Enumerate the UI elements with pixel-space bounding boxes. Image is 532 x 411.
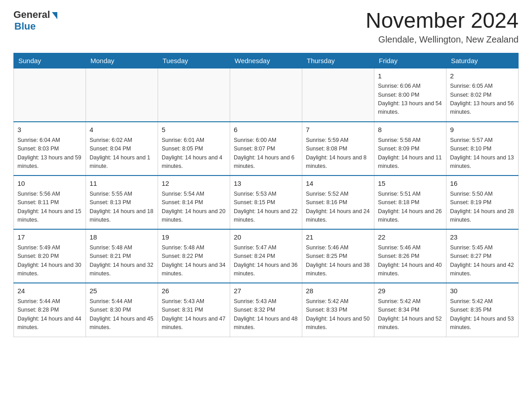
day-info: Sunrise: 5:57 AMSunset: 8:10 PMDaylight:… <box>450 136 515 171</box>
calendar-cell: 9Sunrise: 5:57 AMSunset: 8:10 PMDaylight… <box>446 122 519 176</box>
day-info: Sunrise: 5:44 AMSunset: 8:28 PMDaylight:… <box>17 297 82 332</box>
day-info: Sunrise: 5:54 AMSunset: 8:14 PMDaylight:… <box>162 190 226 225</box>
calendar-cell: 18Sunrise: 5:48 AMSunset: 8:21 PMDayligh… <box>86 229 158 283</box>
calendar-cell: 10Sunrise: 5:56 AMSunset: 8:11 PMDayligh… <box>14 176 86 229</box>
day-number: 4 <box>90 125 154 135</box>
calendar-cell: 23Sunrise: 5:45 AMSunset: 8:27 PMDayligh… <box>446 229 519 283</box>
calendar-cell: 22Sunrise: 5:46 AMSunset: 8:26 PMDayligh… <box>374 229 446 283</box>
calendar-cell: 26Sunrise: 5:43 AMSunset: 8:31 PMDayligh… <box>158 283 230 337</box>
day-info: Sunrise: 5:43 AMSunset: 8:31 PMDaylight:… <box>162 297 226 332</box>
day-number: 11 <box>90 179 154 189</box>
day-number: 29 <box>378 286 442 296</box>
day-info: Sunrise: 5:49 AMSunset: 8:20 PMDaylight:… <box>17 244 82 278</box>
day-number: 3 <box>17 125 82 135</box>
calendar-cell: 15Sunrise: 5:51 AMSunset: 8:18 PMDayligh… <box>374 176 446 229</box>
page-header: General Blue November 2024 Glendale, Wel… <box>13 9 519 45</box>
calendar-week-row: 10Sunrise: 5:56 AMSunset: 8:11 PMDayligh… <box>14 176 519 229</box>
calendar-week-row: 1Sunrise: 6:06 AMSunset: 8:00 PMDaylight… <box>14 68 519 122</box>
day-info: Sunrise: 5:45 AMSunset: 8:27 PMDaylight:… <box>450 244 515 278</box>
calendar-cell <box>230 68 302 122</box>
calendar-cell: 8Sunrise: 5:58 AMSunset: 8:09 PMDaylight… <box>374 122 446 176</box>
calendar-cell <box>158 68 230 122</box>
day-number: 7 <box>306 125 370 135</box>
day-info: Sunrise: 6:00 AMSunset: 8:07 PMDaylight:… <box>234 136 298 171</box>
logo: General Blue <box>13 9 57 32</box>
calendar-header-thursday: Thursday <box>302 53 374 68</box>
day-number: 10 <box>17 179 82 189</box>
location-subtitle: Glendale, Wellington, New Zealand <box>365 34 519 45</box>
calendar-cell: 1Sunrise: 6:06 AMSunset: 8:00 PMDaylight… <box>374 68 446 122</box>
day-info: Sunrise: 5:55 AMSunset: 8:13 PMDaylight:… <box>90 190 154 225</box>
day-number: 21 <box>306 232 370 243</box>
day-number: 2 <box>450 71 515 81</box>
calendar-cell: 29Sunrise: 5:42 AMSunset: 8:34 PMDayligh… <box>374 283 446 337</box>
calendar-header-sunday: Sunday <box>14 53 86 68</box>
calendar-week-row: 24Sunrise: 5:44 AMSunset: 8:28 PMDayligh… <box>14 283 519 337</box>
day-info: Sunrise: 5:51 AMSunset: 8:18 PMDaylight:… <box>378 190 442 225</box>
day-number: 24 <box>17 286 82 296</box>
day-info: Sunrise: 5:42 AMSunset: 8:34 PMDaylight:… <box>378 297 442 332</box>
day-info: Sunrise: 6:01 AMSunset: 8:05 PMDaylight:… <box>162 136 226 171</box>
calendar-header-tuesday: Tuesday <box>158 53 230 68</box>
day-info: Sunrise: 5:42 AMSunset: 8:33 PMDaylight:… <box>306 297 370 332</box>
day-number: 8 <box>378 125 442 135</box>
logo-blue-text: Blue <box>14 21 36 32</box>
day-info: Sunrise: 5:59 AMSunset: 8:08 PMDaylight:… <box>306 136 370 171</box>
day-number: 27 <box>234 286 298 296</box>
calendar-header-friday: Friday <box>374 53 446 68</box>
calendar-header-wednesday: Wednesday <box>230 53 302 68</box>
day-number: 5 <box>162 125 226 135</box>
day-info: Sunrise: 5:58 AMSunset: 8:09 PMDaylight:… <box>378 136 442 171</box>
calendar-cell: 21Sunrise: 5:46 AMSunset: 8:25 PMDayligh… <box>302 229 374 283</box>
day-info: Sunrise: 5:56 AMSunset: 8:11 PMDaylight:… <box>17 190 82 225</box>
day-info: Sunrise: 6:05 AMSunset: 8:02 PMDaylight:… <box>450 82 515 117</box>
day-number: 19 <box>162 232 226 243</box>
day-number: 16 <box>450 179 515 189</box>
day-number: 12 <box>162 179 226 189</box>
calendar-cell: 28Sunrise: 5:42 AMSunset: 8:33 PMDayligh… <box>302 283 374 337</box>
day-info: Sunrise: 5:52 AMSunset: 8:16 PMDaylight:… <box>306 190 370 225</box>
calendar-header-row: SundayMondayTuesdayWednesdayThursdayFrid… <box>14 53 519 68</box>
logo-arrow-icon <box>52 12 57 19</box>
day-number: 25 <box>90 286 154 296</box>
day-number: 17 <box>17 232 82 243</box>
day-number: 23 <box>450 232 515 243</box>
calendar-cell: 20Sunrise: 5:47 AMSunset: 8:24 PMDayligh… <box>230 229 302 283</box>
day-info: Sunrise: 5:42 AMSunset: 8:35 PMDaylight:… <box>450 297 515 332</box>
day-info: Sunrise: 6:02 AMSunset: 8:04 PMDaylight:… <box>90 136 154 171</box>
day-number: 9 <box>450 125 515 135</box>
day-info: Sunrise: 5:48 AMSunset: 8:21 PMDaylight:… <box>90 244 154 278</box>
calendar-cell <box>302 68 374 122</box>
day-number: 6 <box>234 125 298 135</box>
day-info: Sunrise: 6:06 AMSunset: 8:00 PMDaylight:… <box>378 82 442 117</box>
calendar-week-row: 3Sunrise: 6:04 AMSunset: 8:03 PMDaylight… <box>14 122 519 176</box>
calendar-cell: 14Sunrise: 5:52 AMSunset: 8:16 PMDayligh… <box>302 176 374 229</box>
calendar-table: SundayMondayTuesdayWednesdayThursdayFrid… <box>13 53 519 337</box>
day-number: 1 <box>378 71 442 81</box>
calendar-cell: 4Sunrise: 6:02 AMSunset: 8:04 PMDaylight… <box>86 122 158 176</box>
calendar-cell <box>14 68 86 122</box>
calendar-cell: 30Sunrise: 5:42 AMSunset: 8:35 PMDayligh… <box>446 283 519 337</box>
calendar-cell: 11Sunrise: 5:55 AMSunset: 8:13 PMDayligh… <box>86 176 158 229</box>
calendar-header-saturday: Saturday <box>446 53 519 68</box>
day-number: 18 <box>90 232 154 243</box>
day-info: Sunrise: 5:50 AMSunset: 8:19 PMDaylight:… <box>450 190 515 225</box>
calendar-cell: 24Sunrise: 5:44 AMSunset: 8:28 PMDayligh… <box>14 283 86 337</box>
day-info: Sunrise: 6:04 AMSunset: 8:03 PMDaylight:… <box>17 136 82 171</box>
title-block: November 2024 Glendale, Wellington, New … <box>365 9 519 45</box>
calendar-week-row: 17Sunrise: 5:49 AMSunset: 8:20 PMDayligh… <box>14 229 519 283</box>
day-info: Sunrise: 5:47 AMSunset: 8:24 PMDaylight:… <box>234 244 298 278</box>
calendar-cell: 7Sunrise: 5:59 AMSunset: 8:08 PMDaylight… <box>302 122 374 176</box>
calendar-cell: 16Sunrise: 5:50 AMSunset: 8:19 PMDayligh… <box>446 176 519 229</box>
day-number: 28 <box>306 286 370 296</box>
calendar-cell: 2Sunrise: 6:05 AMSunset: 8:02 PMDaylight… <box>446 68 519 122</box>
calendar-header-monday: Monday <box>86 53 158 68</box>
calendar-cell: 19Sunrise: 5:48 AMSunset: 8:22 PMDayligh… <box>158 229 230 283</box>
calendar-cell: 6Sunrise: 6:00 AMSunset: 8:07 PMDaylight… <box>230 122 302 176</box>
calendar-cell: 25Sunrise: 5:44 AMSunset: 8:30 PMDayligh… <box>86 283 158 337</box>
day-number: 30 <box>450 286 515 296</box>
calendar-cell: 17Sunrise: 5:49 AMSunset: 8:20 PMDayligh… <box>14 229 86 283</box>
calendar-cell <box>86 68 158 122</box>
day-number: 20 <box>234 232 298 243</box>
day-info: Sunrise: 5:43 AMSunset: 8:32 PMDaylight:… <box>234 297 298 332</box>
